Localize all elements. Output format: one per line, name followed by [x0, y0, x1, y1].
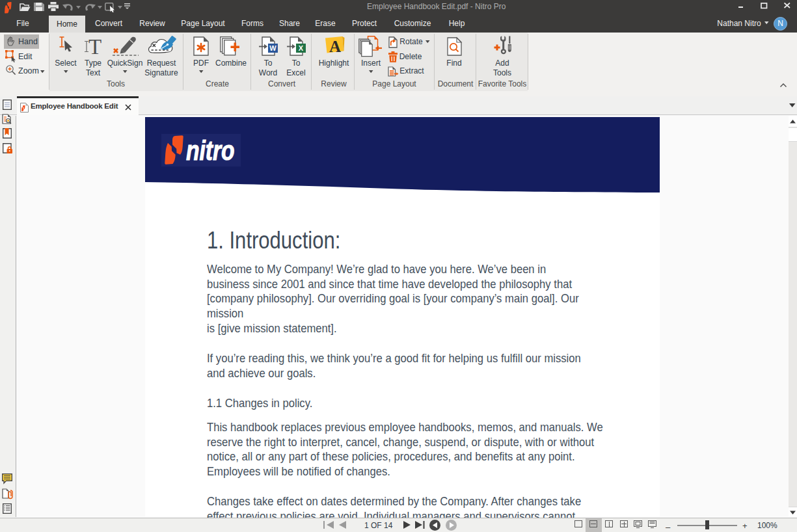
svg-text:W: W — [269, 44, 277, 52]
svg-text:X: X — [299, 44, 304, 52]
